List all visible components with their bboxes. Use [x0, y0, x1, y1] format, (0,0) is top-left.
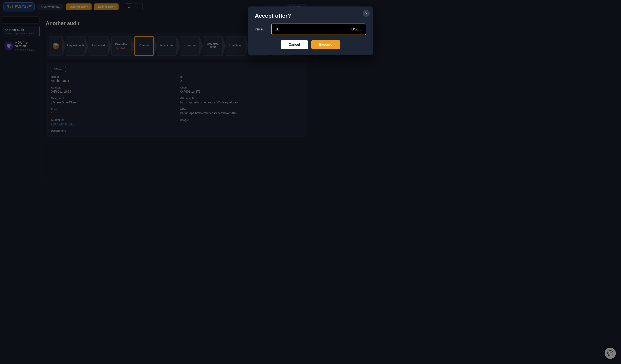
modal-price-label: Price: [255, 27, 268, 31]
modal-actions: Cancel Execute [255, 40, 310, 49]
modal-price-input[interactable] [272, 24, 310, 35]
modal-cancel-button[interactable]: Cancel [281, 40, 308, 49]
modal-title: Accept offer? [255, 13, 310, 19]
accept-offer-modal: Accept offer? × Price: USDC Cancel Execu… [248, 6, 310, 55]
modal-price-row: Price: USDC [255, 23, 310, 35]
modal-overlay: Accept offer? × Price: USDC Cancel Execu… [0, 0, 310, 182]
modal-price-input-wrap: USDC [271, 23, 310, 35]
